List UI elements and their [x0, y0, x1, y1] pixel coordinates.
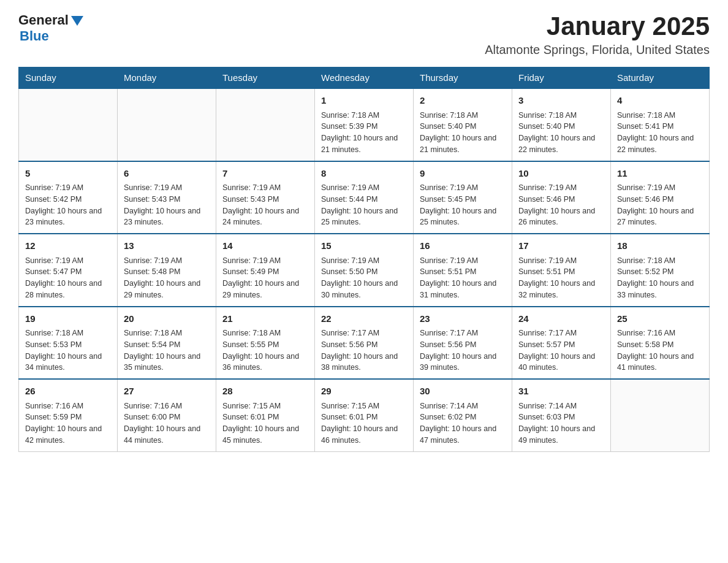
day-info: Sunrise: 7:19 AM Sunset: 5:42 PM Dayligh…	[25, 182, 111, 228]
day-info: Sunrise: 7:19 AM Sunset: 5:51 PM Dayligh…	[420, 255, 506, 301]
day-number: 23	[420, 312, 506, 326]
calendar-cell	[19, 88, 118, 161]
day-info: Sunrise: 7:19 AM Sunset: 5:46 PM Dayligh…	[518, 182, 604, 228]
day-info: Sunrise: 7:19 AM Sunset: 5:43 PM Dayligh…	[124, 182, 210, 228]
day-info: Sunrise: 7:15 AM Sunset: 6:01 PM Dayligh…	[222, 400, 308, 446]
calendar-cell: 10Sunrise: 7:19 AM Sunset: 5:46 PM Dayli…	[512, 161, 611, 234]
calendar-week-row: 1Sunrise: 7:18 AM Sunset: 5:39 PM Daylig…	[19, 88, 710, 161]
page-header: General Blue January 2025 Altamonte Spri…	[18, 12, 710, 57]
calendar-cell: 30Sunrise: 7:14 AM Sunset: 6:02 PM Dayli…	[414, 379, 512, 451]
day-info: Sunrise: 7:16 AM Sunset: 5:58 PM Dayligh…	[617, 327, 703, 373]
calendar-cell: 18Sunrise: 7:18 AM Sunset: 5:52 PM Dayli…	[611, 234, 710, 307]
day-number: 16	[420, 239, 506, 253]
day-number: 17	[518, 239, 604, 253]
calendar-cell: 27Sunrise: 7:16 AM Sunset: 6:00 PM Dayli…	[118, 379, 216, 451]
day-info: Sunrise: 7:18 AM Sunset: 5:55 PM Dayligh…	[222, 327, 308, 373]
day-number: 19	[25, 312, 111, 326]
day-number: 31	[518, 385, 604, 399]
calendar-cell: 26Sunrise: 7:16 AM Sunset: 5:59 PM Dayli…	[19, 379, 118, 451]
month-title: January 2025	[485, 12, 710, 40]
day-info: Sunrise: 7:19 AM Sunset: 5:46 PM Dayligh…	[617, 182, 703, 228]
calendar-cell: 13Sunrise: 7:19 AM Sunset: 5:48 PM Dayli…	[118, 234, 216, 307]
calendar-cell: 3Sunrise: 7:18 AM Sunset: 5:40 PM Daylig…	[512, 88, 611, 161]
day-number: 4	[617, 94, 703, 108]
day-info: Sunrise: 7:19 AM Sunset: 5:47 PM Dayligh…	[25, 255, 111, 301]
day-info: Sunrise: 7:18 AM Sunset: 5:41 PM Dayligh…	[617, 110, 703, 156]
day-number: 20	[124, 312, 210, 326]
calendar-cell: 22Sunrise: 7:17 AM Sunset: 5:56 PM Dayli…	[315, 307, 414, 380]
logo-blue-text: Blue	[20, 28, 49, 44]
calendar-cell: 5Sunrise: 7:19 AM Sunset: 5:42 PM Daylig…	[19, 161, 118, 234]
weekday-header-friday: Friday	[512, 67, 611, 89]
day-info: Sunrise: 7:14 AM Sunset: 6:02 PM Dayligh…	[420, 400, 506, 446]
day-info: Sunrise: 7:16 AM Sunset: 5:59 PM Dayligh…	[25, 400, 111, 446]
calendar-week-row: 19Sunrise: 7:18 AM Sunset: 5:53 PM Dayli…	[19, 307, 710, 380]
day-number: 25	[617, 312, 703, 326]
calendar-cell: 20Sunrise: 7:18 AM Sunset: 5:54 PM Dayli…	[118, 307, 216, 380]
day-info: Sunrise: 7:14 AM Sunset: 6:03 PM Dayligh…	[518, 400, 604, 446]
day-number: 11	[617, 167, 703, 181]
day-number: 14	[222, 239, 308, 253]
calendar-week-row: 5Sunrise: 7:19 AM Sunset: 5:42 PM Daylig…	[19, 161, 710, 234]
calendar-cell: 12Sunrise: 7:19 AM Sunset: 5:47 PM Dayli…	[19, 234, 118, 307]
day-number: 24	[518, 312, 604, 326]
calendar-table: SundayMondayTuesdayWednesdayThursdayFrid…	[18, 67, 710, 452]
calendar-cell	[611, 379, 710, 451]
calendar-cell: 29Sunrise: 7:15 AM Sunset: 6:01 PM Dayli…	[315, 379, 414, 451]
day-info: Sunrise: 7:18 AM Sunset: 5:54 PM Dayligh…	[124, 327, 210, 373]
day-info: Sunrise: 7:18 AM Sunset: 5:40 PM Dayligh…	[518, 110, 604, 156]
day-number: 8	[321, 167, 407, 181]
calendar-cell: 15Sunrise: 7:19 AM Sunset: 5:50 PM Dayli…	[315, 234, 414, 307]
day-number: 5	[25, 167, 111, 181]
logo-triangle-icon	[71, 16, 83, 26]
day-number: 27	[124, 385, 210, 399]
day-info: Sunrise: 7:19 AM Sunset: 5:50 PM Dayligh…	[321, 255, 407, 301]
day-number: 12	[25, 239, 111, 253]
day-number: 26	[25, 385, 111, 399]
day-number: 22	[321, 312, 407, 326]
day-info: Sunrise: 7:17 AM Sunset: 5:56 PM Dayligh…	[321, 327, 407, 373]
day-number: 2	[420, 94, 506, 108]
weekday-header-monday: Monday	[118, 67, 216, 89]
calendar-cell: 9Sunrise: 7:19 AM Sunset: 5:45 PM Daylig…	[414, 161, 512, 234]
calendar-cell: 31Sunrise: 7:14 AM Sunset: 6:03 PM Dayli…	[512, 379, 611, 451]
title-area: January 2025 Altamonte Springs, Florida,…	[485, 12, 710, 57]
day-number: 6	[124, 167, 210, 181]
calendar-cell: 24Sunrise: 7:17 AM Sunset: 5:57 PM Dayli…	[512, 307, 611, 380]
day-info: Sunrise: 7:19 AM Sunset: 5:49 PM Dayligh…	[222, 255, 308, 301]
calendar-header-row: SundayMondayTuesdayWednesdayThursdayFrid…	[19, 67, 710, 89]
day-info: Sunrise: 7:17 AM Sunset: 5:56 PM Dayligh…	[420, 327, 506, 373]
day-info: Sunrise: 7:18 AM Sunset: 5:53 PM Dayligh…	[25, 327, 111, 373]
calendar-cell: 2Sunrise: 7:18 AM Sunset: 5:40 PM Daylig…	[414, 88, 512, 161]
day-info: Sunrise: 7:19 AM Sunset: 5:45 PM Dayligh…	[420, 182, 506, 228]
day-number: 28	[222, 385, 308, 399]
calendar-cell: 8Sunrise: 7:19 AM Sunset: 5:44 PM Daylig…	[315, 161, 414, 234]
logo: General Blue	[18, 12, 83, 44]
day-info: Sunrise: 7:17 AM Sunset: 5:57 PM Dayligh…	[518, 327, 604, 373]
day-number: 9	[420, 167, 506, 181]
day-number: 1	[321, 94, 407, 108]
logo-general-text: General	[18, 12, 69, 28]
day-number: 10	[518, 167, 604, 181]
calendar-cell: 7Sunrise: 7:19 AM Sunset: 5:43 PM Daylig…	[216, 161, 315, 234]
calendar-cell	[216, 88, 315, 161]
day-number: 3	[518, 94, 604, 108]
weekday-header-tuesday: Tuesday	[216, 67, 315, 89]
calendar-cell: 16Sunrise: 7:19 AM Sunset: 5:51 PM Dayli…	[414, 234, 512, 307]
calendar-cell: 23Sunrise: 7:17 AM Sunset: 5:56 PM Dayli…	[414, 307, 512, 380]
calendar-cell: 6Sunrise: 7:19 AM Sunset: 5:43 PM Daylig…	[118, 161, 216, 234]
day-number: 18	[617, 239, 703, 253]
day-info: Sunrise: 7:19 AM Sunset: 5:51 PM Dayligh…	[518, 255, 604, 301]
calendar-cell: 19Sunrise: 7:18 AM Sunset: 5:53 PM Dayli…	[19, 307, 118, 380]
day-number: 13	[124, 239, 210, 253]
day-info: Sunrise: 7:18 AM Sunset: 5:40 PM Dayligh…	[420, 110, 506, 156]
weekday-header-wednesday: Wednesday	[315, 67, 414, 89]
day-number: 29	[321, 385, 407, 399]
calendar-cell: 4Sunrise: 7:18 AM Sunset: 5:41 PM Daylig…	[611, 88, 710, 161]
day-number: 21	[222, 312, 308, 326]
day-info: Sunrise: 7:16 AM Sunset: 6:00 PM Dayligh…	[124, 400, 210, 446]
day-info: Sunrise: 7:19 AM Sunset: 5:48 PM Dayligh…	[124, 255, 210, 301]
calendar-cell: 14Sunrise: 7:19 AM Sunset: 5:49 PM Dayli…	[216, 234, 315, 307]
day-info: Sunrise: 7:18 AM Sunset: 5:39 PM Dayligh…	[321, 110, 407, 156]
day-info: Sunrise: 7:19 AM Sunset: 5:43 PM Dayligh…	[222, 182, 308, 228]
